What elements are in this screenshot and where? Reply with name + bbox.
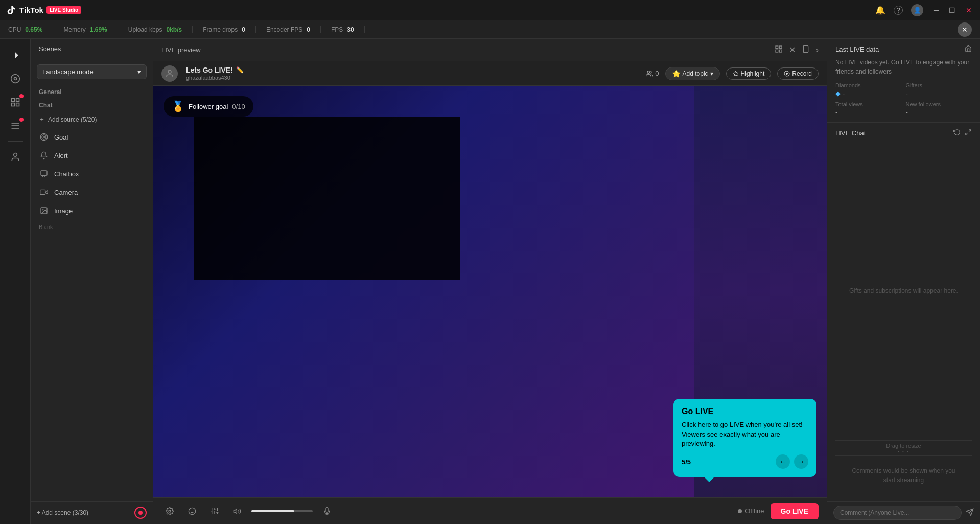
preview-mobile-icon[interactable]	[802, 45, 810, 55]
source-item-chatbox[interactable]: Chatbox	[31, 165, 153, 183]
volume-slider[interactable]	[251, 510, 313, 512]
fps-label: FPS	[331, 26, 343, 33]
maximize-button[interactable]: ☐	[947, 5, 958, 15]
diamonds-amount: -	[843, 89, 845, 97]
preview-grid-icon[interactable]	[775, 45, 783, 55]
highlight-button[interactable]: Highlight	[726, 67, 772, 80]
nav-target-button[interactable]	[5, 69, 26, 89]
chat-empty-message: Gifts and subscriptions will appear here…	[835, 142, 972, 440]
bottom-controls: Offline Go LIVE	[153, 497, 827, 524]
go-live-label: Go LIVE	[781, 507, 808, 515]
chat-section-label: Chat	[31, 98, 153, 111]
preview-close-icon[interactable]: ✕	[789, 45, 796, 55]
svg-point-0	[11, 75, 19, 83]
go-live-tooltip: Go LIVE Click here to go LIVE when you'r…	[673, 399, 816, 477]
diamond-icon: ◆	[835, 89, 841, 97]
comment-input-area	[827, 501, 980, 524]
volume-icon	[233, 507, 241, 515]
window-controls: ─ ☐ ✕	[931, 5, 974, 15]
nav-forward-button[interactable]	[5, 45, 26, 65]
help-icon[interactable]: ?	[894, 6, 903, 15]
user-icon	[10, 152, 20, 162]
stream-avatar-icon	[165, 69, 174, 78]
stream-title: Lets Go LIVE!	[186, 66, 233, 74]
mixer-control-button[interactable]	[206, 503, 223, 519]
stats-bar-close-button[interactable]: ✕	[958, 22, 972, 37]
memory-stat: Memory 1.69%	[53, 26, 118, 33]
preview-more-icon[interactable]: ›	[816, 45, 819, 55]
scene-mode-label: Landscape mode	[42, 68, 94, 76]
drag-resize-handle[interactable]: Drag to resize • • •	[835, 440, 972, 456]
upload-value: 0kb/s	[166, 26, 182, 33]
bell-icon[interactable]: 🔔	[875, 5, 885, 15]
upload-label: Upload kbps	[128, 26, 162, 33]
comment-input[interactable]	[833, 506, 962, 520]
total-views-value: -	[835, 108, 902, 116]
svg-rect-18	[779, 46, 782, 49]
source-item-alert[interactable]: Alert	[31, 146, 153, 165]
tooltip-prev-button[interactable]: ←	[776, 454, 790, 469]
minimize-button[interactable]: ─	[931, 5, 941, 15]
tooltip-next-button[interactable]: →	[794, 454, 808, 469]
source-chatbox-label: Chatbox	[54, 170, 79, 178]
chat-header: LIVE Chat	[835, 129, 972, 138]
record-button[interactable]: Record	[777, 67, 819, 80]
close-button[interactable]: ✕	[964, 5, 974, 15]
comment-send-icon[interactable]	[966, 508, 974, 518]
add-topic-button[interactable]: ⭐ Add topic ▾	[665, 67, 720, 80]
home-icon[interactable]	[965, 45, 972, 54]
mic-control-button[interactable]	[319, 503, 335, 519]
mic-icon	[323, 507, 331, 515]
plus-icon: ＋	[39, 115, 45, 124]
general-section-label: General	[31, 84, 153, 98]
tooltip-arrow	[704, 477, 714, 482]
volume-control-button[interactable]	[229, 503, 245, 519]
stream-info-right: 0 ⭐ Add topic ▾ Highlight Record	[646, 67, 819, 80]
highlight-label: Highlight	[741, 70, 765, 77]
chat-header-icons	[953, 129, 972, 138]
tooltip-navigation: ← →	[776, 454, 808, 469]
svg-rect-17	[776, 46, 778, 49]
settings-control-button[interactable]	[161, 503, 178, 519]
right-panel: Last LIVE data No LIVE videos yet. Go LI…	[827, 39, 980, 524]
svg-point-16	[42, 209, 43, 210]
source-item-goal[interactable]: Goal	[31, 128, 153, 146]
nav-user-button[interactable]	[5, 147, 26, 167]
tiktok-icon	[6, 5, 16, 15]
add-source-button[interactable]: ＋ Add source (5/20)	[31, 111, 153, 128]
drag-resize-label: Drag to resize	[837, 443, 970, 449]
live-studio-badge: LIVE Studio	[46, 6, 81, 14]
new-followers-value: -	[906, 108, 972, 116]
mixer-icon	[211, 507, 219, 515]
avatar-icon: 👤	[914, 7, 921, 14]
source-item-image[interactable]: Image	[31, 201, 153, 220]
sidebar-divider	[8, 141, 23, 142]
chat-refresh-icon[interactable]	[953, 129, 961, 138]
scene-mode-select[interactable]: Landscape mode ▾	[37, 64, 147, 79]
viewer-count: 0	[646, 70, 659, 77]
chat-expand-icon[interactable]	[965, 129, 972, 138]
emoji-control-button[interactable]	[184, 503, 200, 519]
source-item-camera[interactable]: Camera	[31, 183, 153, 201]
edit-title-icon[interactable]: ✏️	[236, 66, 244, 74]
add-scene-button[interactable]: + Add scene (3/30)	[37, 509, 88, 516]
gifters-value: -	[906, 89, 972, 97]
nav-list-button[interactable]	[5, 116, 26, 136]
framedrops-stat: Frame drops 0	[193, 26, 256, 33]
memory-value: 1.69%	[90, 26, 107, 33]
app-logo: TikTok LIVE Studio	[6, 5, 81, 15]
last-live-title: Last LIVE data	[835, 45, 879, 53]
record-dot	[138, 511, 143, 515]
tooltip-description: Click here to go LIVE when you're all se…	[682, 420, 808, 448]
go-live-button[interactable]: Go LIVE	[771, 503, 819, 519]
viewers-icon	[646, 70, 653, 77]
user-avatar[interactable]: 👤	[911, 4, 923, 16]
record-icon	[784, 71, 790, 77]
offline-label: Offline	[745, 507, 764, 515]
goal-icon	[39, 132, 49, 142]
alert-icon	[39, 150, 49, 161]
tooltip-page-indicator: 5/5	[682, 458, 691, 466]
nav-layout-button[interactable]	[5, 92, 26, 112]
last-live-header: Last LIVE data	[835, 45, 972, 54]
drag-dots: • • •	[837, 449, 970, 453]
